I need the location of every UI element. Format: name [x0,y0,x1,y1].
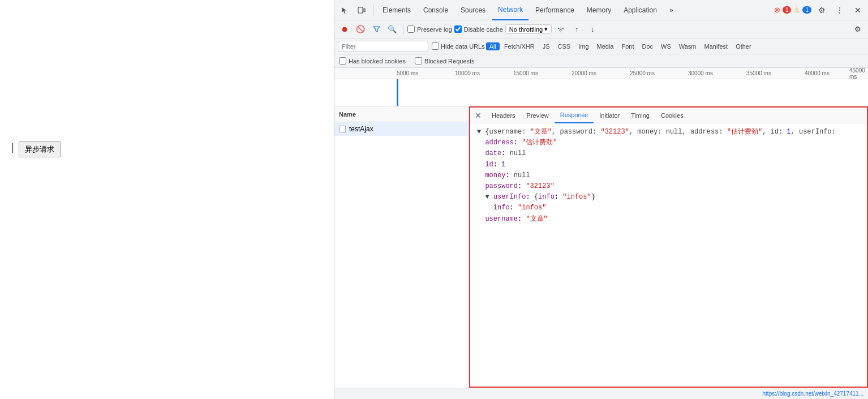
detail-tab-preview[interactable]: Preview [521,108,555,123]
detail-tabs: ✕ Headers Preview Response Initiator Tim… [470,108,867,123]
detail-body: ▼ {username: "文章", password: "32123", mo… [470,123,867,387]
name-panel: Name testAjax [334,106,469,388]
name-column-header: Name [334,106,469,122]
filter-doc[interactable]: Doc [638,42,656,50]
more-options-icon[interactable]: ⋮ [832,2,848,18]
json-info-line: info: "infos" [477,203,860,213]
detail-tab-initiator[interactable]: Initiator [594,108,625,123]
tab-application[interactable]: Application [618,0,663,20]
close-devtools-icon[interactable]: ✕ [850,2,866,18]
detail-tab-cookies[interactable]: Cookies [655,108,689,123]
hide-data-urls-label[interactable]: Hide data URLs [432,42,485,50]
pipe-decoration: | [11,141,14,153]
tick-35000: 35000 ms [746,70,771,76]
blocked-requests-checkbox[interactable] [415,57,422,65]
error-circle-icon: ⊗ [774,6,780,14]
status-bar: https://blog.csdn.net/weixin_42717411... [334,388,868,399]
record-button[interactable]: ⏺ [338,23,351,36]
search-icon[interactable]: 🔍 [385,23,399,36]
filter-input[interactable] [338,41,428,52]
preserve-log-checkbox[interactable] [407,25,415,33]
filter-css[interactable]: CSS [555,42,574,50]
webpage-area: | 异步请求 [0,0,334,399]
filter-js[interactable]: JS [539,42,553,50]
tab-console[interactable]: Console [418,0,454,20]
throttle-select[interactable]: No throttling ▾ [505,24,552,34]
detail-close-button[interactable]: ✕ [472,110,484,121]
checkbox-row: Has blocked cookies Blocked Requests [334,54,868,68]
row-checkbox[interactable] [339,126,346,132]
download-icon[interactable]: ↓ [586,23,599,36]
wifi-icon[interactable] [554,23,568,36]
warn-badge-area: ⚠ 1 [793,6,811,14]
filter-tags: Hide data URLs All Fetch/XHR JS CSS Img … [432,42,755,50]
tick-30000: 30000 ms [688,70,713,76]
tab-sources[interactable]: Sources [455,0,491,20]
tab-performance[interactable]: Performance [530,0,580,20]
filter-icon[interactable] [369,23,383,36]
warn-triangle-icon: ⚠ [793,6,800,14]
tick-40000: 40000 ms [805,70,830,76]
network-toolbar: ⏺ 🚫 🔍 Preserve log Disable cache No thro… [334,20,868,38]
device-toolbar-icon[interactable] [354,2,369,18]
filter-manifest[interactable]: Manifest [701,42,732,50]
async-request-button[interactable]: 异步请求 [19,141,61,157]
json-password-line: password: "32123" [477,181,860,192]
network-settings-icon[interactable]: ⚙ [851,23,865,36]
settings-icon[interactable]: ⚙ [814,2,830,18]
json-id-line: id: 1 [477,160,860,170]
timeline-body [334,79,868,106]
warn-count-badge: 1 [802,6,811,14]
status-url: https://blog.csdn.net/weixin_42717411... [763,391,863,397]
tick-5000: 5000 ms [397,70,418,76]
filter-ws[interactable]: WS [658,42,674,50]
disable-cache-label[interactable]: Disable cache [454,25,503,33]
topbar-right: ⊗ 1 ⚠ 1 ⚙ ⋮ ✕ [774,2,866,18]
json-address-line: address: "估计费劲" [477,138,860,148]
throttle-dropdown-arrow: ▾ [544,25,548,33]
preserve-log-label[interactable]: Preserve log [407,25,452,33]
timeline-area: 5000 ms 10000 ms 15000 ms 20000 ms 25000… [334,68,868,106]
json-userinfo-expand-line[interactable]: ▼ userInfo: {info: "infos"} [477,192,860,203]
hide-data-urls-checkbox[interactable] [432,42,439,50]
json-root-line: ▼ {username: "文章", password: "32123", mo… [477,127,860,138]
tick-20000: 20000 ms [571,70,596,76]
devtools-panel: Elements Console Sources Network Perform… [334,0,868,399]
tick-15000: 15000 ms [513,70,538,76]
filter-font[interactable]: Font [618,42,637,50]
filter-other[interactable]: Other [732,42,755,50]
main-content: Name testAjax ✕ Headers Preview Response… [334,106,868,388]
has-blocked-cookies-label[interactable]: Has blocked cookies [339,57,406,65]
svg-rect-0 [358,7,363,13]
tick-45000: 45000 ms [849,68,868,80]
svg-rect-1 [364,8,365,12]
error-count-badge: 1 [783,6,792,14]
cursor-icon[interactable] [337,2,353,18]
json-date-line: date: null [477,148,860,159]
request-row-testajax[interactable]: testAjax [334,122,469,136]
json-money-line: money: null [477,170,860,181]
has-blocked-cookies-checkbox[interactable] [339,57,346,65]
filter-wasm[interactable]: Wasm [676,42,700,50]
filter-media[interactable]: Media [594,42,617,50]
detail-tab-headers[interactable]: Headers [486,108,521,123]
detail-panel: ✕ Headers Preview Response Initiator Tim… [469,106,868,388]
upload-icon[interactable]: ↑ [570,23,583,36]
tab-elements[interactable]: Elements [377,0,416,20]
detail-tab-response[interactable]: Response [555,108,594,123]
filter-all[interactable]: All [486,42,500,50]
filter-fetch-xhr[interactable]: Fetch/XHR [501,42,538,50]
blocked-requests-label[interactable]: Blocked Requests [415,57,475,65]
tab-memory[interactable]: Memory [581,0,617,20]
filter-img[interactable]: Img [575,42,592,50]
tab-network[interactable]: Network [492,0,528,20]
tick-25000: 25000 ms [630,70,655,76]
tab-more[interactable]: » [664,0,679,20]
timeline-ruler: 5000 ms 10000 ms 15000 ms 20000 ms 25000… [334,68,868,79]
disable-cache-checkbox[interactable] [454,25,462,33]
detail-tab-timing[interactable]: Timing [625,108,655,123]
tick-10000: 10000 ms [455,70,480,76]
filter-bar: Hide data URLs All Fetch/XHR JS CSS Img … [334,38,868,54]
request-name: testAjax [349,125,373,133]
clear-button[interactable]: 🚫 [354,23,367,36]
